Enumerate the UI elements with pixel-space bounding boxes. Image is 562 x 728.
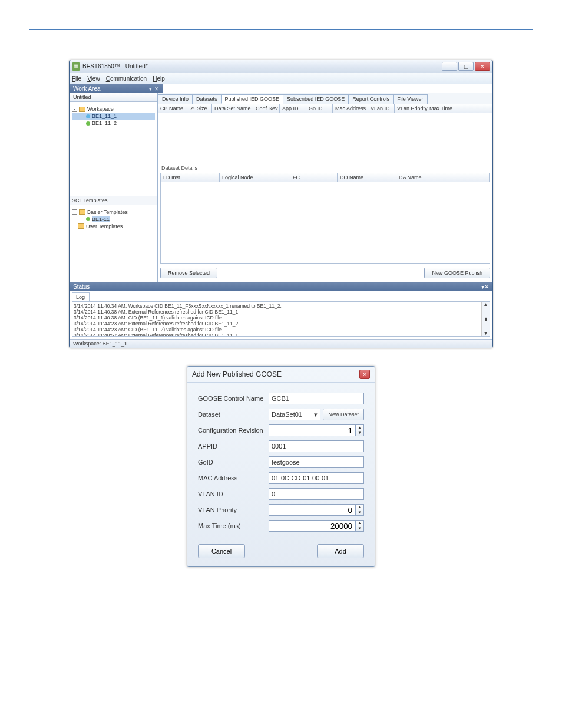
workspace-tree: -Workspace BE1_11_1 BE1_11_2 xyxy=(70,102,157,196)
work-area-title: Work Area xyxy=(73,85,101,92)
input-goose-control-name[interactable]: GCB1 xyxy=(269,393,364,404)
folder-icon xyxy=(78,223,84,229)
col-app-id[interactable]: App ID xyxy=(280,104,306,113)
dialog-close-button[interactable]: ✕ xyxy=(359,370,370,379)
statusbar: Workspace: BE1_11_1 xyxy=(70,339,492,348)
col-da-name[interactable]: DA Name xyxy=(396,173,490,182)
menu-communication[interactable]: Communication xyxy=(106,75,147,82)
col-do-name[interactable]: DO Name xyxy=(338,173,396,182)
new-dataset-button[interactable]: New Dataset xyxy=(323,409,364,420)
scroll-up-icon[interactable]: ▲ xyxy=(484,302,488,307)
combobox-dataset[interactable]: DataSet01▾ xyxy=(269,409,320,420)
tab-file-viewer[interactable]: File Viewer xyxy=(393,94,427,104)
folder-icon xyxy=(79,209,85,215)
col-data-set-name[interactable]: Data Set Name xyxy=(212,104,253,113)
scroll-down-icon[interactable]: ▼ xyxy=(484,331,488,336)
close-button[interactable]: ✕ xyxy=(475,62,490,71)
basler-templates-node[interactable]: Basler Templates xyxy=(87,209,128,215)
log-line: 3/14/2014 11:40:34 AM: Workspace CID BE1… xyxy=(74,303,488,309)
log-line: 3/14/2014 11:40:38 AM: CID (BE1_11_1) va… xyxy=(74,315,488,321)
label-appid: APPID xyxy=(198,443,269,450)
goose-grid-body[interactable] xyxy=(158,113,492,162)
tree-node-be1-11-2[interactable]: BE1_11_2 xyxy=(92,120,117,126)
input-vlan-id[interactable]: 0 xyxy=(269,488,364,500)
col-cb-name[interactable]: CB Name xyxy=(158,104,187,113)
user-templates-node[interactable]: User Templates xyxy=(86,223,123,229)
input-configuration-revision[interactable] xyxy=(269,424,355,436)
tab-published-goose[interactable]: Published IED GOOSE xyxy=(221,94,284,104)
titlebar: ▦ BEST61850™ - Untitled* – ▢ ✕ xyxy=(70,60,492,73)
dialog-title: Add New Published GOOSE xyxy=(192,370,282,378)
input-goid[interactable]: testgoose xyxy=(269,456,364,468)
remove-selected-button[interactable]: Remove Selected xyxy=(160,268,217,278)
tree-root[interactable]: Workspace xyxy=(87,106,114,112)
chevron-down-icon: ▾ xyxy=(314,411,318,419)
scl-templates-header: SCL Templates xyxy=(70,196,157,205)
folder-icon xyxy=(79,107,85,112)
log-output[interactable]: 3/14/2014 11:40:34 AM: Workspace CID BE1… xyxy=(72,301,490,337)
log-line: 3/14/2014 11:48:57 AM: External Referenc… xyxy=(74,332,488,337)
dataset-details-grid: LD Inst Logical Node FC DO Name DA Name xyxy=(160,173,490,264)
col-vlan-id[interactable]: VLan ID xyxy=(368,104,395,113)
label-vlan-priority: VLAN Priority xyxy=(198,506,269,513)
menu-help[interactable]: Help xyxy=(153,75,165,82)
label-max-time: Max Time (ms) xyxy=(198,522,269,529)
input-max-time[interactable] xyxy=(269,520,355,532)
input-mac-address[interactable]: 01-0C-CD-01-00-01 xyxy=(269,472,364,484)
dataset-grid-body[interactable] xyxy=(161,182,490,263)
node-icon xyxy=(86,121,90,126)
add-button[interactable]: Add xyxy=(317,544,364,558)
label-configuration-revision: Configuration Revision xyxy=(198,427,269,434)
status-title: Status xyxy=(73,284,90,290)
node-icon xyxy=(86,217,90,221)
pin-icon[interactable]: ▾ xyxy=(149,86,152,92)
col-fc[interactable]: FC xyxy=(290,173,338,182)
spinner-vlan-priority[interactable]: ▲▼ xyxy=(355,504,364,516)
workspace-tab[interactable]: Untitled xyxy=(70,93,157,102)
app-icon: ▦ xyxy=(72,62,80,71)
scroll-thumb-icon[interactable]: ▮ xyxy=(485,317,487,322)
tab-datasets[interactable]: Datasets xyxy=(192,94,222,104)
col-sort[interactable]: ↗ xyxy=(187,104,194,113)
input-vlan-priority[interactable] xyxy=(269,504,355,516)
col-logical-node[interactable]: Logical Node xyxy=(220,173,290,182)
expander-icon[interactable]: - xyxy=(72,209,77,215)
col-conf-rev[interactable]: Conf Rev xyxy=(253,104,280,113)
col-mac-address[interactable]: Mac Address xyxy=(333,104,368,113)
label-goid: GoID xyxy=(198,459,269,466)
maximize-button[interactable]: ▢ xyxy=(458,62,474,71)
new-goose-publish-button[interactable]: New GOOSE Publish xyxy=(424,268,490,278)
tab-device-info[interactable]: Device Info xyxy=(158,94,193,104)
main-app-window: ▦ BEST61850™ - Untitled* – ▢ ✕ File View… xyxy=(69,60,493,348)
col-ld-inst[interactable]: LD Inst xyxy=(161,173,220,182)
menu-file[interactable]: File xyxy=(72,75,81,82)
log-tab[interactable]: Log xyxy=(72,292,90,301)
spinner-conf-rev[interactable]: ▲▼ xyxy=(355,424,364,436)
col-max-time[interactable]: Max Time xyxy=(427,104,492,113)
log-line: 3/14/2014 11:44:23 AM: External Referenc… xyxy=(74,321,488,327)
label-goose-control-name: GOOSE Control Name xyxy=(198,395,269,402)
log-line: 3/14/2014 11:40:38 AM: External Referenc… xyxy=(74,309,488,315)
goose-grid: CB Name ↗ Size Data Set Name Conf Rev Ap… xyxy=(158,104,492,163)
template-be1-11[interactable]: BE1-11 xyxy=(92,216,110,222)
label-dataset: Dataset xyxy=(198,411,269,418)
col-size[interactable]: Size xyxy=(194,104,212,113)
status-header: Status ▾✕ xyxy=(70,282,492,291)
expander-icon[interactable]: - xyxy=(72,107,77,112)
dataset-details-title: Dataset Details xyxy=(158,163,492,173)
panel-close-icon[interactable]: ✕ xyxy=(154,86,159,92)
input-appid[interactable]: 0001 xyxy=(269,440,364,452)
col-vlan-priority[interactable]: VLan Priority xyxy=(395,104,427,113)
minimize-button[interactable]: – xyxy=(442,62,457,71)
spinner-max-time[interactable]: ▲▼ xyxy=(355,520,364,532)
tree-node-be1-11-1[interactable]: BE1_11_1 xyxy=(92,113,117,119)
scl-tree: -Basler Templates BE1-11 User Templates xyxy=(70,205,157,282)
panel-close-icon[interactable]: ✕ xyxy=(484,284,489,290)
window-title: BEST61850™ - Untitled* xyxy=(82,63,148,70)
work-area-header: Work Area ▾✕ xyxy=(70,84,163,93)
menu-view[interactable]: View xyxy=(87,75,100,82)
cancel-button[interactable]: Cancel xyxy=(198,544,245,558)
col-go-id[interactable]: Go ID xyxy=(306,104,333,113)
tab-subscribed-goose[interactable]: Subscribed IED GOOSE xyxy=(283,94,349,104)
tab-report-controls[interactable]: Report Controls xyxy=(348,94,394,104)
